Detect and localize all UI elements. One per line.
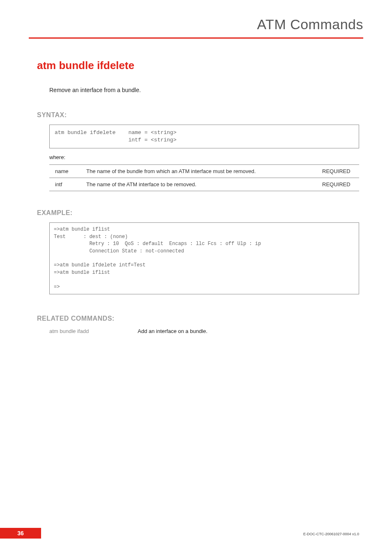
content: atm bundle ifdelete Remove an interface … bbox=[0, 39, 392, 334]
param-req: REQUIRED bbox=[318, 178, 359, 191]
param-desc: The name of the bundle from which an ATM… bbox=[82, 165, 318, 178]
syntax-label: SYNTAX: bbox=[37, 111, 359, 119]
param-table: name The name of the bundle from which a… bbox=[49, 164, 359, 191]
related-command: atm bundle ifadd bbox=[49, 328, 138, 334]
page-number: 36 bbox=[0, 528, 41, 539]
page-header-title: ATM Commands bbox=[0, 16, 363, 32]
table-row: name The name of the bundle from which a… bbox=[49, 165, 359, 178]
example-label: EXAMPLE: bbox=[37, 209, 359, 217]
param-desc: The name of the ATM interface to be remo… bbox=[82, 178, 318, 191]
related-description: Add an interface on a bundle. bbox=[138, 328, 208, 334]
related-row: atm bundle ifadd Add an interface on a b… bbox=[49, 328, 359, 334]
param-name: intf bbox=[49, 178, 82, 191]
example-code: =>atm bundle iflist Test : dest : (none)… bbox=[49, 222, 359, 294]
doc-code: E-DOC-CTC-20061027-0004 v1.0 bbox=[303, 532, 359, 536]
related-block: atm bundle ifadd Add an interface on a b… bbox=[49, 328, 359, 334]
syntax-where: where: bbox=[49, 154, 359, 160]
syntax-code: atm bundle ifdelete name = <string> intf… bbox=[49, 125, 359, 148]
footer: 36 E-DOC-CTC-20061027-0004 v1.0 bbox=[0, 528, 392, 539]
page-header: ATM Commands bbox=[0, 0, 392, 37]
table-row: intf The name of the ATM interface to be… bbox=[49, 178, 359, 191]
related-label: RELATED COMMANDS: bbox=[37, 315, 359, 322]
param-name: name bbox=[49, 165, 82, 178]
command-title: atm bundle ifdelete bbox=[37, 59, 359, 72]
command-description: Remove an interface from a bundle. bbox=[49, 87, 359, 93]
param-req: REQUIRED bbox=[318, 165, 359, 178]
